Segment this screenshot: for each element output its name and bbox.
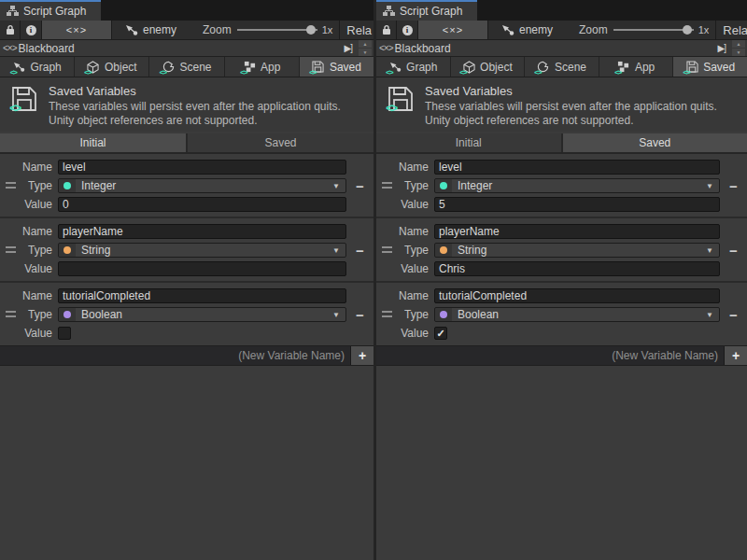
drag-handle-icon[interactable]: [382, 182, 392, 189]
scroll-down-button[interactable]: ▼: [359, 49, 372, 56]
type-dropdown[interactable]: String ▼: [58, 243, 346, 258]
variable-name-input[interactable]: [58, 224, 346, 239]
saved-variables-icon: <>: [11, 86, 37, 112]
section-description-2: Unity object references are not supporte…: [425, 114, 717, 128]
tab-object[interactable]: <> Object: [451, 57, 525, 77]
remove-variable-button[interactable]: −: [356, 244, 364, 258]
tab-label: Scene: [179, 61, 211, 74]
drag-handle-icon[interactable]: [382, 311, 392, 317]
graph-reference[interactable]: enemy: [501, 23, 553, 36]
tab-app[interactable]: <> App: [225, 57, 299, 77]
tab-app[interactable]: <> App: [599, 57, 673, 77]
variable-scope-tabs: <> Graph <> Object: [0, 57, 374, 77]
graph-reference[interactable]: enemy: [125, 23, 176, 36]
info-button[interactable]: i: [397, 21, 418, 39]
new-variable-input[interactable]: [0, 346, 351, 365]
zoom-slider[interactable]: [613, 25, 694, 35]
saved-variables-info: <> Saved Variables These variables will …: [0, 77, 374, 132]
type-dropdown[interactable]: Boolean ▼: [434, 307, 720, 322]
lock-button[interactable]: [0, 21, 21, 39]
tab-scene[interactable]: <> Scene: [525, 57, 599, 77]
tab-object[interactable]: <> Object: [75, 57, 148, 77]
scroll-up-button[interactable]: ▲: [732, 40, 745, 48]
variable-value-input[interactable]: [434, 197, 720, 212]
tab-label: App: [261, 61, 280, 74]
scroll-up-button[interactable]: ▲: [359, 40, 372, 48]
variable-row: Name Type Boolean ▼ −: [0, 281, 374, 345]
boolean-checkbox[interactable]: ✓: [434, 327, 447, 340]
variable-value-input[interactable]: [434, 261, 720, 276]
type-dropdown[interactable]: Integer ▼: [58, 178, 346, 193]
field-label-value: Value: [0, 198, 52, 211]
zoom-slider-knob[interactable]: [683, 25, 692, 35]
tab-saved[interactable]: <> Saved: [673, 57, 747, 77]
drag-handle-icon[interactable]: [382, 246, 392, 253]
tab-saved-state[interactable]: Saved: [188, 133, 374, 152]
tab-initial[interactable]: Initial: [0, 133, 186, 152]
scroll-down-button[interactable]: ▼: [732, 49, 745, 56]
type-dropdown[interactable]: String ▼: [434, 243, 720, 258]
graph-name: enemy: [519, 23, 553, 36]
drag-handle-icon[interactable]: [6, 246, 16, 253]
add-variable-button[interactable]: +: [725, 346, 747, 365]
variable-name-input[interactable]: [58, 160, 346, 175]
lock-button[interactable]: [376, 21, 397, 39]
saved-tab-icon: <>: [312, 61, 325, 74]
variable-badge-icon: <>: [159, 69, 165, 77]
zoom-slider-track[interactable]: [613, 29, 694, 31]
field-label-name: Name: [0, 161, 52, 174]
remove-variable-button[interactable]: −: [356, 179, 364, 193]
saved-tab-icon: <>: [685, 61, 698, 74]
variable-name-input[interactable]: [434, 288, 720, 303]
tab-graph[interactable]: <> Graph: [0, 57, 74, 77]
empty-canvas: [376, 366, 747, 560]
tab-scene[interactable]: <> Scene: [149, 57, 223, 77]
variable-name-input[interactable]: [434, 224, 720, 239]
scene-tab-icon: <>: [162, 61, 175, 74]
clipped-toolbar-label[interactable]: Rela: [723, 23, 747, 37]
boolean-checkbox[interactable]: [58, 327, 71, 340]
type-color-dot: [63, 311, 71, 318]
add-variable-button[interactable]: +: [351, 346, 374, 365]
field-label-name: Name: [376, 161, 429, 174]
zoom-slider[interactable]: [237, 25, 317, 35]
tab-saved[interactable]: <> Saved: [300, 57, 374, 77]
tab-script-graph[interactable]: Script Graph: [376, 0, 477, 21]
variable-row: Name Type String ▼ −: [376, 217, 747, 281]
code-view-button[interactable]: <×>: [418, 21, 488, 39]
drag-handle-icon[interactable]: [6, 311, 16, 317]
variable-name-input[interactable]: [58, 288, 346, 303]
drag-handle-icon[interactable]: [6, 182, 16, 189]
new-variable-input[interactable]: [376, 346, 725, 365]
tab-saved-state[interactable]: Saved: [563, 133, 747, 152]
remove-variable-button[interactable]: −: [356, 308, 364, 322]
zoom-slider-knob[interactable]: [306, 25, 316, 35]
variable-name-input[interactable]: [434, 160, 720, 175]
blackboard-title: Blackboard: [19, 42, 75, 55]
clipped-toolbar-label[interactable]: Rela: [346, 23, 372, 37]
new-variable-row: +: [0, 345, 374, 366]
zoom-slider-track[interactable]: [237, 29, 317, 31]
variable-row: Name Type Boolean ▼ −: [376, 281, 747, 345]
chevron-down-icon: ▼: [706, 246, 713, 255]
tab-script-graph[interactable]: Script Graph: [0, 0, 101, 21]
remove-variable-button[interactable]: −: [729, 179, 738, 193]
script-graph-panel-right: Script Graph i <×>: [374, 0, 747, 560]
pin-panel-button[interactable]: ▶]: [714, 43, 729, 53]
type-dropdown[interactable]: Boolean ▼: [58, 307, 346, 322]
chevron-down-icon: ▼: [332, 246, 340, 255]
variable-value-input[interactable]: [58, 261, 346, 276]
tab-initial[interactable]: Initial: [376, 133, 561, 152]
type-dropdown[interactable]: Integer ▼: [434, 178, 720, 193]
window-tabbar: Script Graph: [0, 0, 374, 21]
remove-variable-button[interactable]: −: [729, 308, 738, 322]
tab-graph[interactable]: <> Graph: [376, 57, 450, 77]
pin-panel-button[interactable]: ▶]: [341, 43, 356, 53]
info-button[interactable]: i: [21, 21, 42, 39]
zoom-label: Zoom: [579, 23, 608, 36]
remove-variable-button[interactable]: −: [729, 244, 738, 258]
variable-scope-tabs: <> Graph <> Object: [376, 57, 747, 77]
code-view-button[interactable]: <×>: [42, 21, 112, 39]
info-icon: i: [402, 25, 413, 35]
variable-value-input[interactable]: [58, 197, 346, 212]
